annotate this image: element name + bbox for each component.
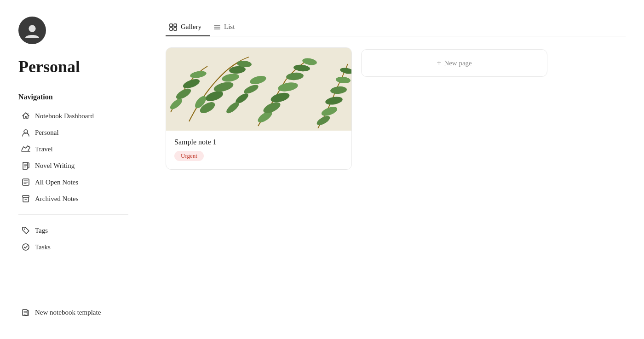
sidebar-item-notebook-dashboard[interactable]: Notebook Dashboard	[18, 108, 128, 124]
sidebar-item-novel-writing[interactable]: Novel Writing	[18, 157, 128, 174]
dashboard-icon	[21, 111, 30, 121]
plus-icon: +	[437, 58, 441, 68]
sidebar-item-label-tasks: Tasks	[35, 243, 51, 251]
svg-rect-9	[170, 28, 172, 30]
tag-badge-urgent[interactable]: Urgent	[174, 151, 204, 161]
main-content: Gallery List	[147, 0, 644, 339]
note-title: Sample note 1	[174, 138, 343, 146]
tab-list[interactable]: List	[210, 18, 243, 36]
note-card-1[interactable]: Sample note 1 Urgent	[166, 47, 352, 170]
svg-rect-10	[174, 28, 177, 30]
list-tab-icon	[213, 23, 221, 31]
svg-rect-7	[170, 24, 172, 27]
personal-icon	[21, 128, 30, 137]
nav-bottom-list: New notebook template	[18, 304, 128, 321]
sidebar-item-tags[interactable]: Tags	[18, 222, 128, 239]
sidebar-item-label-archived-notes: Archived Notes	[35, 195, 79, 203]
user-avatar-icon	[23, 22, 41, 39]
new-page-card[interactable]: + New page	[361, 49, 547, 77]
template-icon	[21, 308, 30, 317]
book-icon	[21, 161, 30, 170]
gallery-grid: Sample note 1 Urgent + New page	[166, 47, 626, 170]
sidebar-item-label-personal: Personal	[35, 129, 59, 137]
sidebar-item-personal[interactable]: Personal	[18, 124, 128, 141]
archive-icon	[21, 194, 30, 203]
sidebar-item-archived-notes[interactable]: Archived Notes	[18, 190, 128, 207]
sidebar-item-tasks[interactable]: Tasks	[18, 239, 128, 255]
svg-point-4	[24, 229, 25, 230]
sidebar-item-label-all-open-notes: All Open Notes	[35, 178, 78, 186]
navigation-heading: Navigation	[18, 93, 128, 101]
nav-extra-list: Tags Tasks	[18, 222, 128, 255]
workspace-title: Personal	[18, 57, 128, 76]
tab-list-label: List	[224, 23, 235, 31]
svg-point-0	[29, 25, 35, 32]
note-card-body: Sample note 1 Urgent	[166, 131, 351, 169]
sidebar-item-label-new-notebook-template: New notebook template	[35, 309, 101, 316]
note-card-cover	[166, 48, 351, 131]
sidebar-item-label-notebook-dashboard: Notebook Dashboard	[35, 112, 94, 120]
avatar[interactable]	[18, 17, 46, 44]
tasks-icon	[21, 242, 30, 252]
sidebar-item-travel[interactable]: Travel	[18, 141, 128, 157]
travel-icon	[21, 144, 30, 154]
notes-icon	[21, 178, 30, 187]
sidebar-item-label-novel-writing: Novel Writing	[35, 162, 75, 170]
sidebar-item-label-travel: Travel	[35, 145, 53, 153]
nav-list: Notebook Dashboard Personal Travel	[18, 108, 128, 207]
tag-icon	[21, 226, 30, 235]
svg-rect-3	[23, 195, 29, 197]
tab-gallery-label: Gallery	[181, 23, 201, 31]
sidebar-item-label-tags: Tags	[35, 227, 48, 235]
tab-gallery[interactable]: Gallery	[166, 18, 210, 36]
gallery-tab-icon	[169, 23, 178, 31]
svg-point-5	[23, 244, 29, 250]
new-page-label: New page	[444, 59, 472, 67]
tabs-bar: Gallery List	[166, 18, 626, 36]
sidebar-item-new-notebook-template[interactable]: New notebook template	[18, 304, 128, 321]
sidebar-item-all-open-notes[interactable]: All Open Notes	[18, 174, 128, 190]
nav-divider	[18, 214, 128, 215]
sidebar: Personal Navigation Notebook Dashboard P…	[0, 0, 147, 339]
svg-rect-8	[174, 24, 177, 27]
